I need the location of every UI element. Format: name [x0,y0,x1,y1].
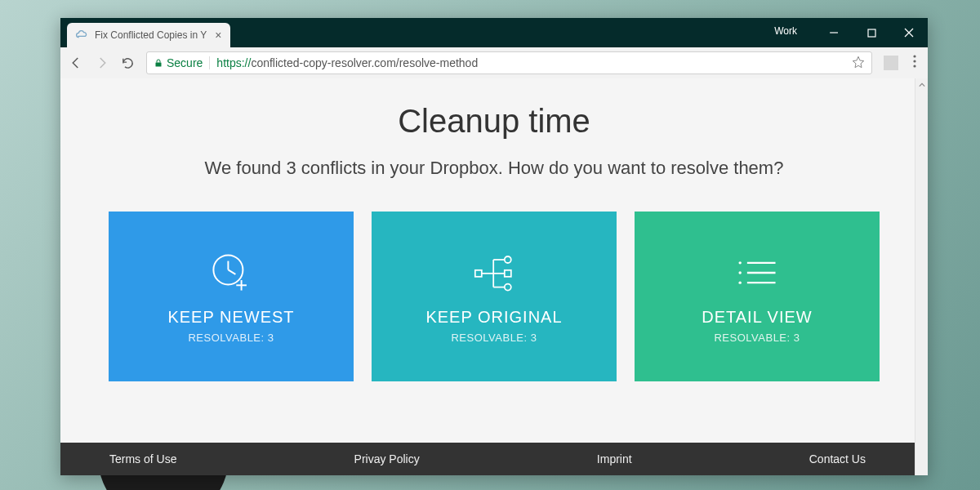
reload-icon [121,56,135,70]
page-footer: Terms of Use Privay Policy Imprint Conta… [60,443,915,475]
svg-line-10 [228,270,235,274]
browser-window: Fix Conflicted Copies in Y × Work [60,18,928,475]
svg-rect-13 [475,270,482,277]
arrow-left-icon [69,56,83,70]
card-subtitle: RESOLVABLE: 3 [714,332,800,344]
card-title: DETAIL VIEW [702,308,812,327]
svg-point-16 [505,284,511,291]
clock-plus-icon [209,249,253,296]
browser-menu-button[interactable] [910,55,920,71]
svg-point-24 [738,281,741,283]
svg-point-5 [913,55,915,57]
card-title: KEEP ORIGINAL [425,308,562,327]
url-input[interactable]: Secure https:// conflicted-copy-resolver… [146,51,872,74]
footer-link-terms[interactable]: Terms of Use [109,452,176,466]
url-protocol: https:// [216,56,251,69]
footer-link-contact[interactable]: Contact Us [809,452,866,466]
tree-branch-icon [471,249,517,296]
cloud-icon [75,29,88,42]
svg-rect-4 [156,63,162,67]
close-window-button[interactable] [890,18,928,47]
svg-point-7 [913,65,915,67]
card-title: KEEP NEWEST [167,308,294,327]
profile-label[interactable]: Work [774,25,797,37]
close-icon[interactable]: × [215,29,221,41]
svg-point-14 [505,256,511,263]
svg-point-22 [738,261,741,264]
url-path: conflicted-copy-resolver.com/resolve-met… [251,56,478,69]
scrollbar[interactable] [915,78,928,475]
page-title: Cleanup time [398,103,590,140]
svg-rect-1 [868,29,875,37]
footer-link-imprint[interactable]: Imprint [597,452,632,466]
tab-title: Fix Conflicted Copies in Y [95,29,207,41]
svg-point-6 [913,60,915,62]
lock-icon [154,57,163,69]
svg-point-23 [738,271,741,274]
chevron-up-icon [919,82,925,88]
address-bar: Secure https:// conflicted-copy-resolver… [60,47,928,78]
list-icon [736,249,778,296]
maximize-button[interactable] [853,18,890,47]
page-content: Cleanup time We found 3 conflicts in you… [60,78,928,475]
minimize-icon [829,28,839,38]
card-keep-newest[interactable]: KEEP NEWEST RESOLVABLE: 3 [109,212,354,381]
close-icon [904,28,914,38]
footer-link-privacy[interactable]: Privay Policy [354,452,420,466]
secure-indicator[interactable]: Secure [154,56,210,69]
card-keep-original[interactable]: KEEP ORIGINAL RESOLVABLE: 3 [372,212,617,381]
svg-rect-15 [505,270,511,277]
card-subtitle: RESOLVABLE: 3 [451,332,537,344]
forward-button[interactable] [95,56,109,70]
maximize-icon [867,29,876,38]
reload-button[interactable] [121,56,135,70]
page-subtitle: We found 3 conflicts in your Dropbox. Ho… [205,158,784,179]
option-cards: KEEP NEWEST RESOLVABLE: 3 [60,212,928,381]
back-button[interactable] [69,56,83,70]
arrow-right-icon [95,56,109,70]
kebab-icon [913,55,916,68]
extension-button[interactable] [884,56,898,70]
bookmark-button[interactable] [852,56,865,71]
window-controls [815,18,928,47]
scroll-up-button[interactable] [915,78,928,91]
titlebar: Fix Conflicted Copies in Y × Work [60,18,928,47]
card-subtitle: RESOLVABLE: 3 [188,332,274,344]
secure-label: Secure [167,56,203,69]
star-icon [852,56,865,69]
minimize-button[interactable] [815,18,853,47]
browser-tab[interactable]: Fix Conflicted Copies in Y × [67,23,230,47]
card-detail-view[interactable]: DETAIL VIEW RESOLVABLE: 3 [635,212,880,381]
